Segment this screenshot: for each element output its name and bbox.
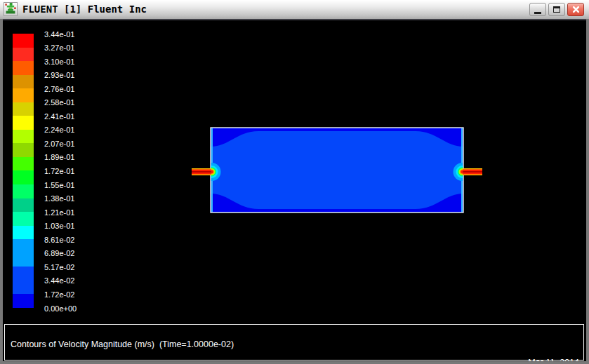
legend-label: 1.21e-01 <box>44 208 74 217</box>
legend-label: 2.07e-01 <box>44 140 74 148</box>
minimize-button[interactable] <box>529 3 546 16</box>
minimize-icon <box>534 12 541 14</box>
legend-label: 1.03e-01 <box>44 222 74 230</box>
window-controls <box>529 3 584 16</box>
close-button[interactable] <box>567 3 584 16</box>
legend-label: 8.61e-02 <box>44 236 74 244</box>
legend-band <box>13 75 34 89</box>
maximize-button[interactable] <box>548 3 565 16</box>
legend-band <box>13 226 34 240</box>
close-icon <box>572 6 580 13</box>
titlebar[interactable]: FLUENT [1] Fluent Inc <box>0 0 589 20</box>
legend-band <box>13 88 34 102</box>
legend-label: 2.24e-01 <box>44 126 74 134</box>
fluent-logo-art <box>4 3 17 15</box>
legend-label: 2.93e-01 <box>44 71 74 79</box>
legend-label: 3.27e-01 <box>44 43 74 52</box>
fluent-graphics-window: FLUENT [1] Fluent Inc Contours of Veloci… <box>0 0 589 364</box>
legend-label: 1.55e-01 <box>44 181 74 189</box>
legend-band <box>13 198 34 213</box>
legend-band <box>13 102 34 116</box>
fluent-logo-icon[interactable] <box>4 2 18 16</box>
graphics-canvas[interactable]: Contours of Velocity Magnitude (m/s) (Ti… <box>3 20 586 361</box>
legend-band <box>13 184 34 198</box>
window-border-left <box>0 19 3 364</box>
legend-label: 5.17e-02 <box>44 263 74 271</box>
legend-label: 2.76e-01 <box>44 85 74 93</box>
legend-band <box>13 157 34 171</box>
legend-label: 0.00e+00 <box>44 304 77 313</box>
legend-band <box>13 239 34 253</box>
legend-label: 1.72e-02 <box>44 290 74 299</box>
legend-colorbar <box>13 34 34 308</box>
caption-title: Contours of Velocity Magnitude (m/s) (Ti… <box>11 339 234 349</box>
maximize-icon <box>553 6 560 13</box>
legend-label: 2.41e-01 <box>44 112 74 121</box>
legend-band <box>13 281 34 295</box>
legend-label: 1.89e-01 <box>44 153 74 161</box>
legend-band <box>13 116 34 130</box>
caption-box: Contours of Velocity Magnitude (m/s) (Ti… <box>4 324 584 360</box>
legend-band <box>13 170 34 184</box>
legend-label: 6.89e-02 <box>44 249 74 257</box>
legend-band <box>13 294 34 308</box>
legend-label: 3.44e-01 <box>44 30 74 39</box>
legend-label: 3.44e-02 <box>44 276 74 285</box>
legend-label: 2.58e-01 <box>44 98 74 107</box>
legend-label: 3.10e-01 <box>44 58 74 66</box>
window-border-bottom[interactable] <box>0 361 589 364</box>
legend-band <box>13 130 34 144</box>
legend-band <box>13 143 34 157</box>
legend-band <box>13 48 34 62</box>
legend-band <box>13 61 34 75</box>
legend-band <box>13 212 34 226</box>
legend-band <box>13 253 34 267</box>
contour-plot <box>190 123 484 217</box>
legend-label: 1.72e-01 <box>44 167 74 175</box>
legend-band <box>13 267 34 281</box>
window-border-right <box>586 19 589 364</box>
caption-credits: Mar 11, 2014 FLUENT 6.3 (2d, pbns, spe, … <box>409 333 579 364</box>
window-title: FLUENT [1] Fluent Inc <box>22 4 147 15</box>
legend-label: 1.38e-01 <box>44 194 74 203</box>
legend-band <box>13 34 34 48</box>
